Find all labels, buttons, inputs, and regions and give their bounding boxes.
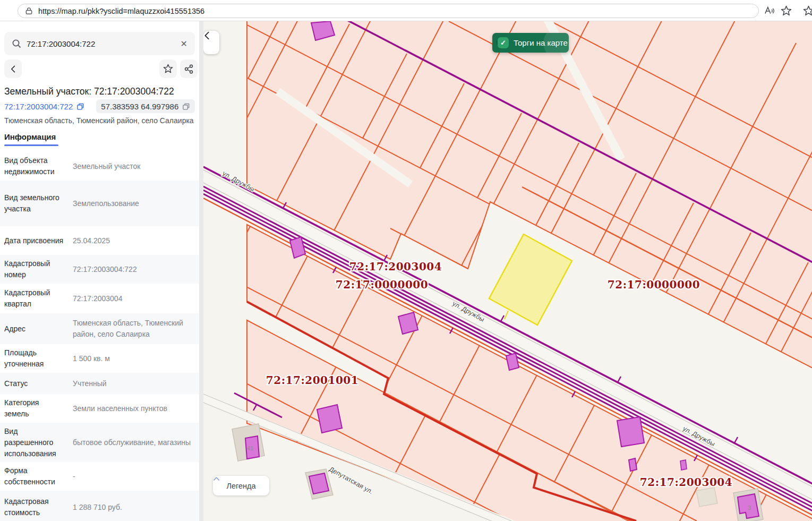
row-value: Земли населенных пунктов [73, 403, 195, 414]
table-row: Вид земельного участка Землепользование [0, 181, 199, 226]
table-row: Вид объекта недвижимости Земельный участ… [0, 152, 199, 181]
share-button[interactable] [180, 59, 198, 78]
share-icon [184, 64, 194, 74]
building-number: 3 [748, 505, 751, 511]
back-button[interactable] [4, 59, 22, 78]
chevron-left-icon [9, 65, 18, 73]
copy-icon[interactable] [76, 103, 84, 110]
building-beige[interactable] [696, 488, 717, 507]
browser-toolbar: https://map.ru/pkk?ysclid=mlaquzzxoi4155… [0, 0, 812, 21]
row-label: Вид разрешенного использования [4, 426, 65, 459]
quarter-label: 72:17:0000000 [608, 278, 700, 291]
row-label: Площадь уточненная [4, 347, 65, 370]
row-label: Адрес [4, 323, 65, 335]
search-input[interactable] [27, 39, 181, 48]
lock-icon [24, 6, 33, 15]
table-row: Площадь уточненная 1 500 кв. м [0, 344, 199, 373]
trades-button-label: Торги на карте [514, 38, 568, 47]
table-row: Категория земель Земли населенных пункто… [0, 394, 199, 423]
check-icon: ✓ [498, 37, 509, 48]
building[interactable] [629, 458, 637, 471]
row-label: Кадастровый номер [4, 258, 65, 280]
url-text: https://map.ru/pkk?ysclid=mlaquzzxoi4155… [38, 7, 204, 15]
row-label: Статус [4, 378, 65, 389]
table-row: Дата присвоения 25.04.2025 [0, 226, 199, 255]
row-value: 1 288 710 руб. [73, 502, 195, 513]
chevron-left-icon [203, 31, 211, 40]
search-box[interactable]: ✕ [4, 32, 195, 55]
row-label: Форма собственности [4, 465, 65, 488]
clear-search-icon[interactable]: ✕ [181, 39, 187, 49]
row-label: Вид земельного участка [4, 192, 65, 215]
quarter-label: 72:17:2003004 [640, 476, 732, 489]
read-aloud-icon[interactable] [763, 4, 776, 17]
table-row: Форма собственности - [0, 462, 199, 491]
object-address: Тюменская область, Тюменский район, село… [4, 116, 194, 125]
quarter-label: 72:17:0000000 [336, 278, 428, 291]
tab-information[interactable]: Информация [4, 132, 56, 141]
row-value: 1 500 кв. м [73, 353, 195, 364]
table-row: Адрес Тюменская область, Тюменский район… [0, 313, 199, 344]
map-canvas[interactable]: ул. Дружбы ул. Дружбы ул. Дружбы Депутат… [203, 21, 812, 521]
table-row: Кадастровый квартал 72:17:2003004 [0, 284, 199, 313]
chevron-up-icon [213, 476, 220, 481]
row-value: Тюменская область, Тюменский район, село… [73, 318, 195, 340]
building[interactable] [317, 405, 342, 433]
cadastral-map[interactable]: ул. Дружбы ул. Дружбы ул. Дружбы Депутат… [203, 21, 812, 521]
row-label: Вид объекта недвижимости [4, 155, 65, 177]
row-value: Земельный участок [73, 161, 195, 172]
trades-on-map-toggle[interactable]: ✓ Торги на карте [492, 33, 569, 53]
table-row: Кадастровая стоимость 1 288 710 руб. [0, 491, 199, 521]
row-value: 72:17:2003004:722 [73, 264, 195, 275]
selected-parcel[interactable] [489, 234, 572, 325]
row-label: Кадастровая стоимость [4, 496, 65, 518]
quarter-label: 72:17:2003004 [349, 260, 442, 273]
row-value: 72:17:2003004 [73, 293, 195, 304]
table-row: Кадастровый номер 72:17:2003004:722 [0, 255, 199, 284]
info-panel: ✕ Земельный участок: 72:17:2003004:722 7… [0, 21, 199, 521]
object-title: Земельный участок: 72:17:2003004:722 [4, 86, 174, 97]
row-label: Дата присвоения [4, 235, 65, 246]
legend-button[interactable]: Легенда [213, 476, 269, 496]
quarter-label: 72:17:2001001 [266, 374, 358, 387]
building[interactable] [398, 312, 418, 334]
coordinates-value: 57.383593 64.997986 [101, 102, 178, 111]
building-number: 41 [247, 445, 253, 451]
copy-icon[interactable] [182, 103, 190, 110]
bookmark-button[interactable] [159, 59, 177, 78]
favorite-star-icon[interactable] [780, 4, 792, 17]
building[interactable] [680, 460, 687, 470]
collapse-panel-button[interactable] [203, 31, 219, 54]
row-label: Кадастровый квартал [4, 287, 65, 310]
row-label: Категория земель [4, 397, 65, 420]
row-value: Землепользование [73, 198, 195, 209]
row-value: бытовое обслуживание, магазины [73, 437, 195, 448]
cadastral-number-link[interactable]: 72:17:2003004:722 [4, 102, 73, 111]
table-row: Статус Учтенный [0, 373, 199, 394]
coordinates-chip[interactable]: 57.383593 64.997986 [96, 99, 195, 113]
object-ids-row: 72:17:2003004:722 57.383593 64.997986 [4, 99, 195, 113]
selected-parcel-tick [505, 311, 508, 319]
star-icon [163, 64, 173, 74]
legend-button-label: Легенда [226, 482, 255, 490]
favorites-bar-icon[interactable] [802, 4, 812, 17]
search-icon [12, 39, 21, 48]
building[interactable] [617, 417, 644, 447]
row-value: Учтенный [73, 378, 195, 389]
row-value: - [73, 471, 195, 482]
row-value: 25.04.2025 [73, 235, 195, 246]
tab-active-underline [4, 144, 58, 146]
table-row: Вид разрешенного использования бытовое о… [0, 423, 199, 462]
address-bar[interactable]: https://map.ru/pkk?ysclid=mlaquzzxoi4155… [18, 4, 759, 18]
attributes-table: Вид объекта недвижимости Земельный участ… [0, 152, 199, 521]
